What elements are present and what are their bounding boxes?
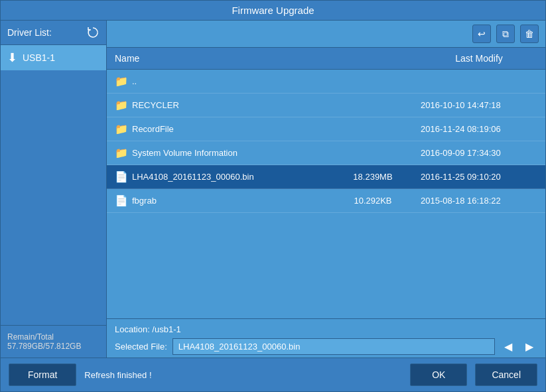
firmware-upgrade-window: Firmware Upgrade Driver List: ⬇ USB1-1 R… xyxy=(0,0,546,392)
next-button[interactable]: ▶ xyxy=(521,339,537,355)
main-area: Driver List: ⬇ USB1-1 Remain/Total 57.78… xyxy=(1,21,545,358)
folder-icon: 📁 xyxy=(115,123,128,135)
file-date-cell: 2016-10-10 14:47:18 xyxy=(413,94,545,117)
copy-icon: ⧉ xyxy=(502,29,509,40)
file-name-cell: 📁 System Volume Information xyxy=(107,141,333,164)
table-header: Name Last Modify xyxy=(107,48,545,70)
cancel-button[interactable]: Cancel xyxy=(475,363,537,386)
file-name-cell: 📁 RECYCLER xyxy=(107,94,333,117)
ok-button[interactable]: OK xyxy=(410,363,467,386)
remain-value: 57.789GB/57.812GB xyxy=(7,342,100,351)
file-name-cell: 📄 fbgrab xyxy=(107,189,333,212)
file-size-cell: 18.239MB xyxy=(333,165,413,188)
selected-file-input[interactable] xyxy=(172,338,495,355)
table-row[interactable]: 📁 .. xyxy=(107,70,545,94)
file-size-cell: 10.292KB xyxy=(333,189,413,212)
table-row[interactable]: 📁 System Volume Information 2016-09-09 1… xyxy=(107,141,545,165)
back-button[interactable]: ↩ xyxy=(472,25,491,43)
sidebar-storage-info: Remain/Total 57.789GB/57.812GB xyxy=(1,325,106,358)
table-row[interactable]: 📄 LHA4108_20161123_00060.bin 18.239MB 20… xyxy=(107,165,545,189)
selected-file-label: Selected File: xyxy=(115,342,167,352)
file-size-cell xyxy=(333,70,413,93)
prev-button[interactable]: ◀ xyxy=(500,339,516,355)
content-area: ↩ ⧉ 🗑 Name Last Modify xyxy=(107,21,545,358)
back-icon: ↩ xyxy=(478,29,486,39)
file-date-cell: 2016-09-09 17:34:30 xyxy=(413,141,545,164)
bottom-info: Location: /usb1-1 Selected File: ◀ ▶ xyxy=(107,318,545,358)
usb-label: USB1-1 xyxy=(23,52,55,63)
status-text: Refresh finished ! xyxy=(84,370,402,380)
delete-icon: 🗑 xyxy=(525,29,534,39)
table-row[interactable]: 📁 RECYCLER 2016-10-10 14:47:18 xyxy=(107,94,545,117)
file-name-cell: 📄 LHA4108_20161123_00060.bin xyxy=(107,165,333,188)
window-title: Firmware Upgrade xyxy=(232,5,314,16)
copy-button[interactable]: ⧉ xyxy=(496,25,515,43)
folder-icon: 📁 xyxy=(115,147,128,159)
file-date-cell xyxy=(413,70,545,93)
file-size-cell xyxy=(333,141,413,164)
file-table: Name Last Modify 📁 .. 📁 xyxy=(107,48,545,318)
folder-icon: 📁 xyxy=(115,75,128,88)
refresh-icon[interactable] xyxy=(86,26,100,39)
name-column-header: Name xyxy=(107,48,333,69)
file-icon: 📄 xyxy=(115,194,128,207)
selected-file-row: Selected File: ◀ ▶ xyxy=(115,338,537,355)
folder-icon: 📁 xyxy=(115,99,128,111)
sidebar: Driver List: ⬇ USB1-1 Remain/Total 57.78… xyxy=(1,21,107,358)
footer: Format Refresh finished ! OK Cancel xyxy=(1,358,545,391)
location-line: Location: /usb1-1 xyxy=(115,324,537,334)
file-name-cell: 📁 RecordFile xyxy=(107,117,333,141)
table-row[interactable]: 📄 fbgrab 10.292KB 2015-08-18 16:18:22 xyxy=(107,189,545,213)
toolbar: ↩ ⧉ 🗑 xyxy=(107,21,545,48)
file-icon: 📄 xyxy=(115,170,128,183)
usb-driver-item[interactable]: ⬇ USB1-1 xyxy=(1,45,106,70)
date-column-header: Last Modify xyxy=(413,48,545,69)
delete-button[interactable]: 🗑 xyxy=(520,25,539,43)
usb-icon: ⬇ xyxy=(7,50,17,65)
file-size-cell xyxy=(333,94,413,117)
title-bar: Firmware Upgrade xyxy=(1,1,545,21)
size-column-header xyxy=(333,48,413,69)
file-name-cell: 📁 .. xyxy=(107,70,333,93)
format-button[interactable]: Format xyxy=(9,363,76,386)
driver-list-label: Driver List: xyxy=(7,27,52,38)
file-date-cell: 2015-08-18 16:18:22 xyxy=(413,189,545,212)
driver-list-header: Driver List: xyxy=(1,21,106,45)
file-date-cell: 2016-11-24 08:19:06 xyxy=(413,117,545,141)
file-date-cell: 2016-11-25 09:10:20 xyxy=(413,165,545,188)
remain-label: Remain/Total xyxy=(7,332,100,342)
table-row[interactable]: 📁 RecordFile 2016-11-24 08:19:06 xyxy=(107,117,545,141)
file-size-cell xyxy=(333,117,413,141)
